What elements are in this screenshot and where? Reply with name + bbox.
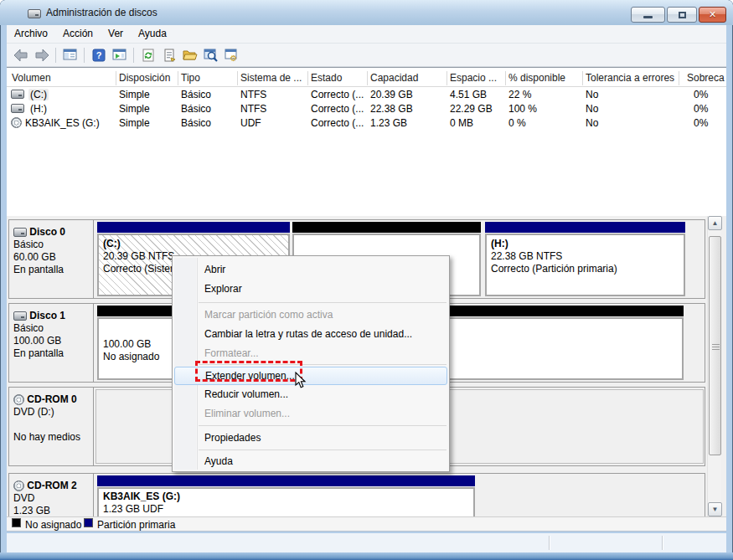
svg-text:?: ? <box>95 50 101 60</box>
disk0-title: Disco 0 <box>29 226 65 238</box>
volume-list: Volumen Disposición Tipo Sistema de ... … <box>7 67 726 216</box>
menu-separator <box>199 425 447 426</box>
window-bottom-border <box>0 552 733 560</box>
toolbar-separator <box>84 48 85 63</box>
properties-button[interactable] <box>159 45 178 64</box>
rescan-icon <box>204 48 218 62</box>
toolbar-separator <box>133 48 134 63</box>
cdrom0-label[interactable]: CD-ROM 0 DVD (D:) No hay medios <box>9 388 94 465</box>
partition-h[interactable]: (H:) 22.38 GB NTFS Correcto (Partición p… <box>485 222 685 296</box>
volume-name: (H:) <box>30 102 47 116</box>
show-action-pane-button[interactable] <box>110 45 129 64</box>
primary-partition-bar <box>97 222 290 233</box>
manage-button[interactable]: ⚙ <box>222 45 241 64</box>
rescan-disks-button[interactable] <box>201 45 220 64</box>
menu-item-reducir-volumen[interactable]: Reducir volumen... <box>174 385 447 404</box>
primary-partition-bar <box>485 222 685 233</box>
disk-management-window: Administración de discos ✕ Archivo Acció… <box>0 0 733 560</box>
menu-item-propiedades[interactable]: Propiedades <box>174 429 447 448</box>
scroll-up-button[interactable]: ▲ <box>708 216 722 230</box>
vertical-scrollbar[interactable]: ▲ ▼ <box>707 216 721 516</box>
manage-gear-icon: ⚙ <box>225 49 239 62</box>
refresh-button[interactable] <box>138 45 157 64</box>
maximize-button[interactable] <box>667 7 697 23</box>
menu-accion[interactable]: Acción <box>55 25 101 43</box>
properties-icon <box>163 49 176 62</box>
menu-separator <box>199 302 447 303</box>
menu-item-explorar[interactable]: Explorar <box>174 280 447 299</box>
open-folder-icon <box>183 49 198 61</box>
status-bar <box>7 533 726 552</box>
forward-icon <box>34 49 49 62</box>
forward-button[interactable] <box>32 45 51 64</box>
col-espacio[interactable]: Espacio ... <box>450 70 497 86</box>
menu-item-cambiar-letra[interactable]: Cambiar la letra y rutas de acceso de un… <box>174 325 447 344</box>
col-sistema[interactable]: Sistema de ... <box>240 70 302 86</box>
maximize-icon <box>679 12 686 18</box>
minimize-button[interactable] <box>631 7 665 23</box>
help-button[interactable]: ? <box>89 45 108 64</box>
svg-text:⚙: ⚙ <box>230 54 238 62</box>
volume-list-header: Volumen Disposición Tipo Sistema de ... … <box>7 70 726 87</box>
col-tolerancia[interactable]: Tolerancia a errores <box>586 70 674 86</box>
partition-h-body[interactable]: (H:) 22.38 GB NTFS Correcto (Partición p… <box>485 234 685 296</box>
window-title: Administración de discos <box>46 7 157 18</box>
app-icon <box>28 9 41 18</box>
open-button[interactable] <box>180 45 199 64</box>
toolbar: ? <box>7 44 726 67</box>
disk-icon <box>13 311 27 321</box>
col-capacidad[interactable]: Capacidad <box>370 70 418 86</box>
cd-drive-icon <box>13 394 24 405</box>
volume-row-g[interactable]: KB3AIK_ES (G:) Simple Básico UDF Correct… <box>7 116 726 131</box>
col-disposicion[interactable]: Disposición <box>119 70 170 86</box>
unallocated-swatch <box>12 518 21 527</box>
back-icon <box>13 49 28 62</box>
unallocated-bar <box>292 222 481 233</box>
mouse-cursor-icon <box>295 372 307 389</box>
legend-unallocated: No asignado <box>25 518 81 532</box>
disk-icon <box>13 228 27 237</box>
disk1-title: Disco 1 <box>29 310 65 321</box>
minimize-icon <box>643 16 653 18</box>
menu-item-eliminar-volumen[interactable]: Eliminar volumen... <box>174 404 447 424</box>
disk0-label[interactable]: Disco 0 Básico 60.00 GB En pantalla <box>9 220 94 298</box>
cdrom0-title: CD-ROM 0 <box>27 393 76 405</box>
action-pane-icon <box>112 49 126 61</box>
col-sobrecarga[interactable]: Sobreca <box>687 70 725 86</box>
toolbar-separator <box>55 48 56 63</box>
hdd-icon <box>11 90 24 99</box>
primary-partition-bar <box>97 475 475 486</box>
volume-row-c[interactable]: (C:) Simple Básico NTFS Correcto (... 20… <box>7 88 726 102</box>
legend: No asignado Partición primaria <box>7 516 726 532</box>
scroll-down-button[interactable]: ▼ <box>708 502 722 516</box>
menu-item-marcar-particion[interactable]: Marcar partición como activa <box>174 306 447 325</box>
cdrom2-label[interactable]: CD-ROM 2 DVD 1.23 GB <box>9 474 94 516</box>
annotation-dashed-box <box>195 361 302 382</box>
menu-ayuda[interactable]: Ayuda <box>131 25 174 43</box>
cd-icon <box>11 117 22 128</box>
col-estado[interactable]: Estado <box>311 70 342 86</box>
cd-drive-icon <box>13 480 24 491</box>
scrollbar-thumb[interactable] <box>709 236 721 455</box>
help-icon: ? <box>92 49 106 62</box>
primary-partition-swatch <box>84 518 93 527</box>
col-disponible[interactable]: % disponible <box>508 70 565 86</box>
disk1-label[interactable]: Disco 1 Básico 100.00 GB En pantalla <box>9 304 94 382</box>
menu-item-ayuda[interactable]: Ayuda <box>174 452 447 471</box>
menu-ver[interactable]: Ver <box>101 25 131 43</box>
volume-g-cell[interactable]: KB3AIK_ES (G:) 1.23 GB UDF <box>97 475 475 516</box>
volume-name: KB3AIK_ES (G:) <box>25 116 100 131</box>
console-tree-icon <box>63 49 77 61</box>
menubar: Archivo Acción Ver Ayuda <box>7 25 726 44</box>
close-button[interactable]: ✕ <box>699 7 726 23</box>
col-tipo[interactable]: Tipo <box>181 70 200 86</box>
menu-item-abrir[interactable]: Abrir <box>174 260 447 280</box>
col-volumen[interactable]: Volumen <box>12 70 51 86</box>
back-button[interactable] <box>11 45 30 64</box>
cdrom2-row: CD-ROM 2 DVD 1.23 GB KB3AIK_ES (G:) 1.23… <box>8 473 705 516</box>
volume-g-body[interactable]: KB3AIK_ES (G:) 1.23 GB UDF <box>97 487 475 516</box>
titlebar[interactable]: Administración de discos ✕ <box>0 0 733 25</box>
show-console-tree-button[interactable] <box>60 45 80 64</box>
menu-archivo[interactable]: Archivo <box>7 25 55 43</box>
volume-row-h[interactable]: (H:) Simple Básico NTFS Correcto (... 22… <box>7 102 726 116</box>
